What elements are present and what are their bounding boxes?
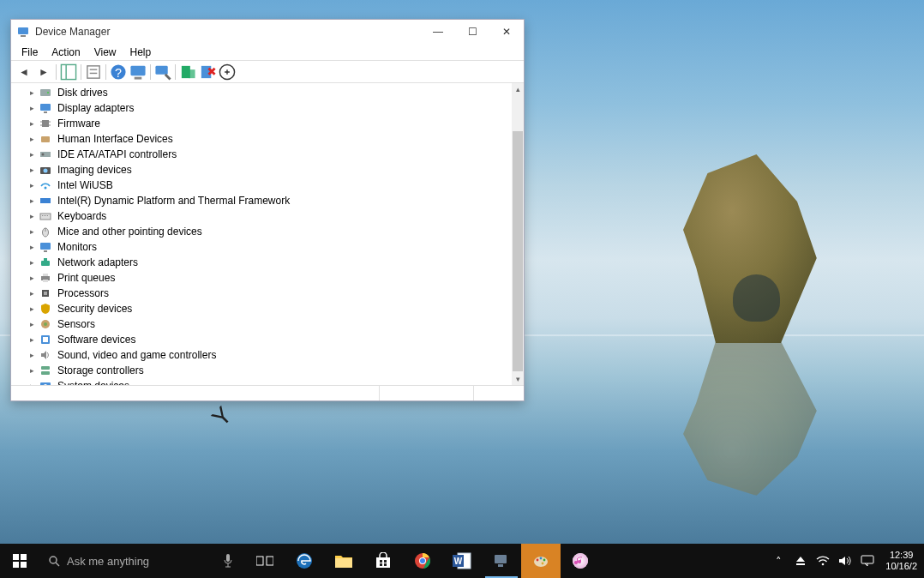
uninstall-button[interactable]: [198, 63, 217, 81]
tray-eject-icon[interactable]: [789, 544, 812, 578]
tree-node[interactable]: ▸Software devices: [11, 332, 512, 347]
update-driver-button[interactable]: [153, 63, 172, 81]
app-icon: [16, 25, 30, 39]
maximize-button[interactable]: ☐: [455, 20, 489, 44]
scroll-up-arrow[interactable]: ▴: [512, 83, 524, 95]
taskbar-file-explorer[interactable]: [324, 544, 363, 578]
expand-icon[interactable]: ▸: [27, 320, 37, 328]
svg-text:W: W: [454, 557, 463, 566]
tree-node[interactable]: ▸Intel(R) Dynamic Platform and Thermal F…: [11, 193, 512, 208]
expand-icon[interactable]: ▸: [27, 382, 37, 385]
camera-icon: [39, 163, 52, 177]
expand-icon[interactable]: ▸: [27, 274, 37, 282]
expand-icon[interactable]: ▸: [27, 227, 37, 236]
svg-rect-45: [43, 280, 48, 282]
taskbar-store[interactable]: [363, 544, 403, 578]
tree-node[interactable]: ▸System devices: [11, 378, 512, 385]
clock-date: 10/16/2: [885, 561, 917, 572]
svg-rect-39: [40, 243, 51, 250]
svg-rect-74: [226, 554, 230, 562]
tree-node[interactable]: ▸Network adapters: [11, 255, 512, 270]
svg-rect-1: [21, 35, 26, 37]
tree-node[interactable]: ▸Imaging devices: [11, 162, 512, 178]
tray-wifi-icon[interactable]: [812, 544, 834, 578]
menu-action[interactable]: Action: [45, 45, 87, 60]
taskbar: Ask me anything W: [0, 544, 924, 578]
tree-node[interactable]: ▸Disk drives: [11, 85, 512, 100]
menu-view[interactable]: View: [87, 45, 123, 60]
expand-icon[interactable]: ▸: [27, 88, 37, 97]
tray-chevron-up-icon[interactable]: ˄: [767, 544, 789, 578]
expand-icon[interactable]: ▸: [27, 289, 37, 298]
toolbar-sep: [56, 64, 57, 80]
search-box[interactable]: Ask me anything: [39, 544, 211, 578]
tray-volume-icon[interactable]: [834, 544, 856, 578]
properties-button[interactable]: [84, 63, 103, 81]
expand-icon[interactable]: ▸: [27, 212, 37, 220]
taskbar-paint[interactable]: [521, 544, 561, 578]
tree-node[interactable]: ▸Mice and other pointing devices: [11, 224, 512, 239]
expand-icon[interactable]: ▸: [27, 135, 37, 143]
tree-node[interactable]: ▸Intel WiUSB: [11, 178, 512, 193]
tree-node[interactable]: ▸Sound, video and game controllers: [11, 347, 512, 363]
tree-node[interactable]: ▸Security devices: [11, 301, 512, 316]
scroll-down-arrow[interactable]: ▾: [512, 373, 524, 385]
close-button[interactable]: ✕: [489, 20, 524, 44]
scroll-thumb[interactable]: [513, 131, 523, 371]
expand-icon[interactable]: ▸: [27, 150, 37, 159]
expand-icon[interactable]: ▸: [27, 166, 37, 174]
device-tree[interactable]: ▸Disk drives▸Display adapters▸Firmware▸H…: [11, 83, 512, 385]
minimize-button[interactable]: —: [421, 20, 455, 44]
svg-rect-51: [43, 337, 48, 342]
expand-icon[interactable]: ▸: [27, 366, 37, 375]
status-cell: [11, 386, 380, 400]
menu-help[interactable]: Help: [123, 45, 159, 60]
expand-icon[interactable]: ▸: [27, 351, 37, 359]
help-button[interactable]: ?: [109, 63, 128, 81]
monitor-icon: [39, 101, 52, 115]
taskbar-clock[interactable]: 12:39 10/16/2: [879, 550, 924, 572]
view-devices-button[interactable]: [129, 63, 147, 81]
titlebar[interactable]: Device Manager — ☐ ✕: [11, 20, 524, 44]
expand-icon[interactable]: ▸: [27, 243, 37, 251]
svg-rect-83: [384, 560, 387, 563]
vertical-scrollbar[interactable]: ▴ ▾: [512, 83, 524, 385]
expand-icon[interactable]: ▸: [27, 119, 37, 128]
tree-node[interactable]: ▸Human Interface Devices: [11, 131, 512, 147]
task-view-button[interactable]: [245, 544, 285, 578]
expand-icon[interactable]: ▸: [27, 304, 37, 313]
tree-node[interactable]: ▸Firmware: [11, 116, 512, 131]
taskbar-device-manager[interactable]: [482, 544, 521, 578]
taskbar-edge[interactable]: [285, 544, 324, 578]
tree-node[interactable]: ▸Processors: [11, 286, 512, 301]
tree-node[interactable]: ▸IDE ATA/ATAPI controllers: [11, 147, 512, 162]
scan-hardware-button[interactable]: [178, 63, 197, 81]
taskbar-chrome[interactable]: [403, 544, 442, 578]
toolbar-sep: [105, 64, 106, 80]
taskbar-word[interactable]: W: [442, 544, 482, 578]
expand-icon[interactable]: ▸: [27, 335, 37, 344]
tree-node[interactable]: ▸Monitors: [11, 239, 512, 255]
svg-rect-42: [44, 258, 47, 261]
start-button[interactable]: [0, 544, 39, 578]
cortana-mic-icon[interactable]: [211, 544, 245, 578]
tree-node[interactable]: ▸Sensors: [11, 316, 512, 332]
tray-action-center-icon[interactable]: [856, 544, 879, 578]
forward-button[interactable]: ►: [34, 63, 53, 81]
device-manager-window[interactable]: Device Manager — ☐ ✕ File Action View He…: [10, 19, 525, 401]
taskbar-itunes[interactable]: [561, 544, 600, 578]
show-hide-tree-button[interactable]: [59, 63, 78, 81]
back-button[interactable]: ◄: [15, 63, 33, 81]
tree-node[interactable]: ▸Print queues: [11, 270, 512, 286]
expand-icon[interactable]: ▸: [27, 181, 37, 190]
tree-node[interactable]: ▸Storage controllers: [11, 363, 512, 378]
tree-node[interactable]: ▸Keyboards: [11, 208, 512, 224]
tree-node[interactable]: ▸Display adapters: [11, 100, 512, 116]
enable-button[interactable]: [218, 63, 237, 81]
menu-file[interactable]: File: [15, 45, 45, 60]
expand-icon[interactable]: ▸: [27, 196, 37, 205]
expand-icon[interactable]: ▸: [27, 104, 37, 112]
tree-node-label: Security devices: [56, 303, 134, 315]
desktop-rock-reflection: [667, 341, 830, 496]
expand-icon[interactable]: ▸: [27, 258, 37, 267]
